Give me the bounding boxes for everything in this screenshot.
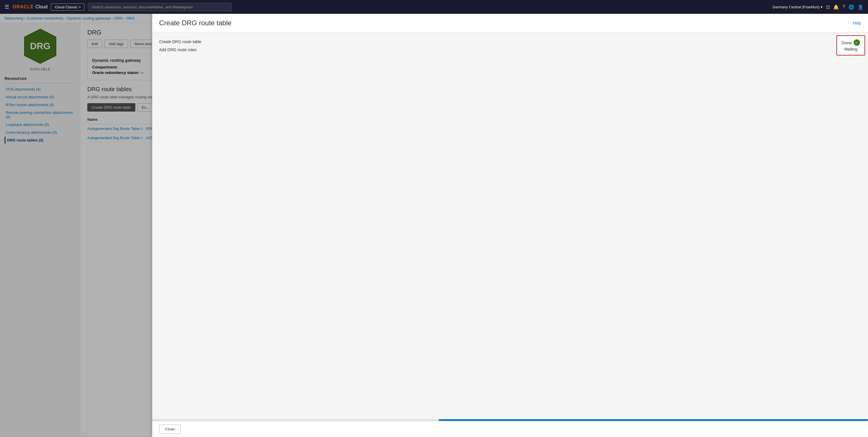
help-icon[interactable]: ?: [842, 4, 845, 9]
check-icon: ✓: [854, 39, 860, 46]
globe-icon[interactable]: 🌐: [848, 4, 854, 10]
bell-icon[interactable]: 🔔: [833, 4, 839, 10]
scroll-track: [152, 419, 868, 421]
step-label-2: Add DRG route rules: [159, 48, 196, 52]
modal-content: Create DRG route table Add DRG route rul…: [152, 32, 868, 419]
modal-title: Create DRG route table: [159, 19, 231, 27]
cloud-text: Cloud: [36, 4, 48, 9]
top-navigation: ☰ ORACLE Cloud Cloud Classic > Search re…: [0, 0, 868, 14]
modal-help-link[interactable]: Help: [853, 21, 861, 25]
done-label: Done: [842, 40, 852, 45]
scroll-thumb: [439, 419, 868, 421]
oracle-text: ORACLE: [13, 4, 34, 9]
modal-spacer: [0, 14, 152, 437]
region-selector[interactable]: Germany Central (Frankfurt) ▾: [773, 5, 823, 9]
search-placeholder-text: Search resources, services, documentatio…: [92, 5, 193, 9]
cloud-classic-button[interactable]: Cloud Classic >: [51, 3, 85, 11]
search-bar[interactable]: Search resources, services, documentatio…: [88, 3, 231, 11]
modal-footer: Close: [152, 421, 868, 437]
status-panel: Done ✓ Waiting: [836, 35, 865, 56]
step-add-drg-route-rules: Add DRG route rules: [159, 48, 861, 52]
status-waiting: Waiting: [844, 47, 857, 52]
chevron-down-icon: ▾: [820, 5, 823, 9]
oracle-logo: ORACLE Cloud: [13, 4, 48, 9]
modal-overlay: Create DRG route table Help Create DRG r…: [0, 14, 868, 437]
modal-header: Create DRG route table Help: [152, 14, 868, 32]
close-button[interactable]: Close: [159, 425, 181, 434]
status-done: Done ✓: [842, 39, 860, 46]
hamburger-menu-icon[interactable]: ☰: [5, 4, 9, 10]
region-name: Germany Central (Frankfurt): [773, 5, 819, 9]
step-label-1: Create DRG route table: [159, 39, 202, 44]
nav-icons: ⊡ 🔔 ? 🌐 👤: [826, 4, 863, 10]
step-create-drg-route-table: Create DRG route table: [159, 39, 861, 44]
user-icon[interactable]: 👤: [858, 4, 863, 10]
console-icon[interactable]: ⊡: [826, 4, 830, 10]
modal-panel: Create DRG route table Help Create DRG r…: [152, 14, 868, 437]
